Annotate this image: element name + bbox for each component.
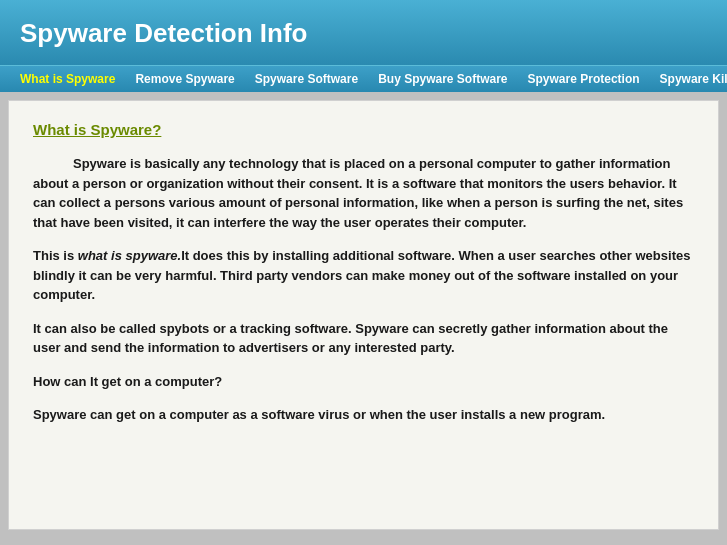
paragraph-3: It can also be called spybots or a track… — [33, 319, 694, 358]
nav-item-buy-spyware-software[interactable]: Buy Spyware Software — [368, 66, 517, 92]
site-header: Spyware Detection Info — [0, 0, 727, 65]
paragraph-4: How can It get on a computer? — [33, 372, 694, 392]
paragraph-2: This is what is spyware.It does this by … — [33, 246, 694, 305]
nav-item-spyware-software[interactable]: Spyware Software — [245, 66, 368, 92]
main-content: What is Spyware? Spyware is basically an… — [8, 100, 719, 530]
paragraph-5: Spyware can get on a computer as a softw… — [33, 405, 694, 425]
para2-italic: what is spyware. — [78, 248, 181, 263]
nav-item-spyware-protection[interactable]: Spyware Protection — [518, 66, 650, 92]
nav-item-what-is-spyware[interactable]: What is Spyware — [10, 66, 125, 92]
nav-item-spyware-killer[interactable]: Spyware Killer — [650, 66, 727, 92]
nav-item-remove-spyware[interactable]: Remove Spyware — [125, 66, 244, 92]
navigation-bar: What is Spyware Remove Spyware Spyware S… — [0, 65, 727, 92]
page-title: What is Spyware? — [33, 121, 694, 138]
site-title: Spyware Detection Info — [20, 18, 308, 48]
paragraph-1: Spyware is basically any technology that… — [33, 154, 694, 232]
para2-before-italic: This is — [33, 248, 78, 263]
